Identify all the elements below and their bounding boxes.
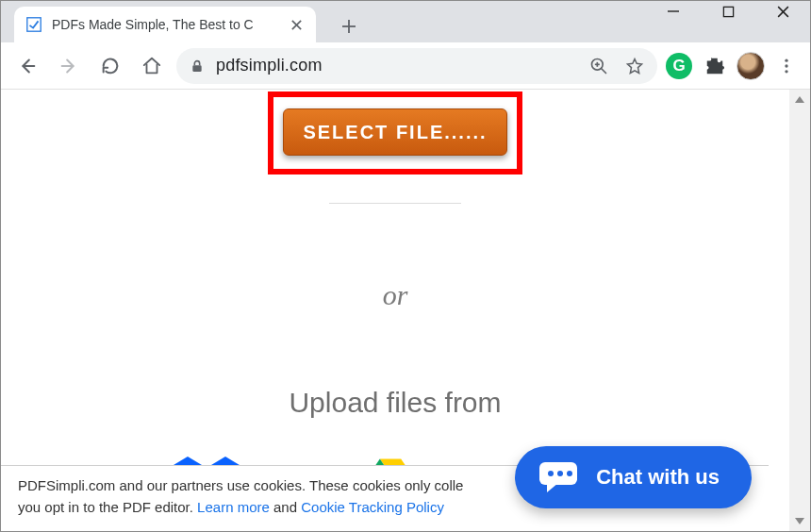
lock-icon xyxy=(190,58,205,74)
upload-from-label: Upload files from xyxy=(1,387,789,419)
svg-rect-11 xyxy=(192,65,201,72)
svg-point-28 xyxy=(548,471,554,476)
window-minimize-button[interactable] xyxy=(646,0,701,28)
cookie-and-word: and xyxy=(270,499,301,515)
address-bar[interactable]: pdfsimpli.com xyxy=(176,48,657,84)
tab-close-button[interactable] xyxy=(288,16,305,33)
svg-marker-31 xyxy=(795,96,804,103)
vertical-scrollbar[interactable] xyxy=(789,90,810,531)
chat-label: Chat with us xyxy=(596,465,720,490)
svg-point-18 xyxy=(785,70,787,73)
svg-point-29 xyxy=(557,471,563,476)
browser-menu-button[interactable] xyxy=(772,52,801,80)
cookie-text-line1: PDFSimpli.com and our partners use cooki… xyxy=(18,477,463,493)
tab-title: PDFs Made Simple, The Best to C xyxy=(52,17,278,32)
browser-toolbar: pdfsimpli.com G xyxy=(1,42,810,90)
select-file-button[interactable]: SELECT FILE...... xyxy=(283,108,507,156)
tab-strip: PDFs Made Simple, The Best to C xyxy=(1,1,810,42)
page-body: SELECT FILE...... or Upload files from xyxy=(1,90,789,531)
omnibox-actions xyxy=(589,57,644,75)
select-file-label: SELECT FILE...... xyxy=(303,122,487,143)
nav-forward-button[interactable] xyxy=(52,49,86,83)
extensions-puzzle-icon[interactable] xyxy=(701,52,729,80)
separator xyxy=(329,203,461,204)
cookie-learn-more-link[interactable]: Learn more xyxy=(197,499,270,515)
url-text: pdfsimpli.com xyxy=(216,56,323,75)
window-close-button[interactable] xyxy=(755,0,810,28)
svg-line-13 xyxy=(602,68,606,73)
nav-home-button[interactable] xyxy=(135,49,169,83)
window-maximize-button[interactable] xyxy=(701,0,755,28)
content-area: SELECT FILE...... or Upload files from xyxy=(1,90,810,531)
new-tab-button[interactable] xyxy=(333,10,365,42)
browser-tab[interactable]: PDFs Made Simple, The Best to C xyxy=(14,7,316,42)
svg-point-17 xyxy=(785,64,787,67)
nav-reload-button[interactable] xyxy=(93,49,127,83)
bookmark-star-icon[interactable] xyxy=(625,57,644,75)
scroll-down-arrow-icon[interactable] xyxy=(789,510,810,531)
svg-marker-32 xyxy=(795,518,804,524)
svg-point-30 xyxy=(567,471,572,476)
grammarly-badge: G xyxy=(666,53,692,79)
cookie-policy-link[interactable]: Cookie Tracking Policy xyxy=(301,499,444,515)
nav-back-button[interactable] xyxy=(10,49,44,83)
profile-avatar[interactable] xyxy=(737,52,765,80)
svg-point-16 xyxy=(785,58,787,61)
window-controls xyxy=(646,0,810,28)
highlighted-region: SELECT FILE...... xyxy=(268,91,522,175)
svg-rect-1 xyxy=(723,7,733,16)
scroll-up-arrow-icon[interactable] xyxy=(789,90,810,110)
favicon-icon xyxy=(25,16,42,33)
zoom-icon[interactable] xyxy=(589,57,608,75)
svg-rect-4 xyxy=(27,18,41,31)
chat-bubble-icon xyxy=(538,460,579,494)
grammarly-extension-icon[interactable]: G xyxy=(665,52,693,80)
chat-widget[interactable]: Chat with us xyxy=(515,446,752,508)
or-label: or xyxy=(1,279,789,311)
cookie-text-line2: you opt in to the PDF editor. xyxy=(18,499,197,515)
